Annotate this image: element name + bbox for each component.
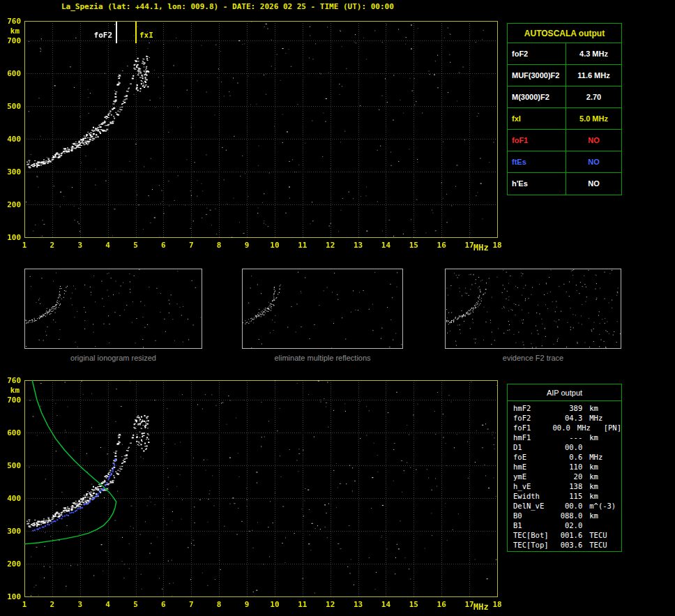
aip-val: 00.0	[555, 501, 582, 511]
param-value: 4.3 MHz	[566, 43, 621, 64]
aip-val: 115	[555, 491, 582, 501]
aip-val: 088.0	[555, 511, 582, 520]
autoscala-window: { "title": "La_Spezia (lat: +44.1, lon: …	[0, 0, 675, 616]
aip-unit: km	[589, 491, 621, 501]
param-value: NO	[566, 151, 621, 172]
aip-row: B0088.0km	[513, 511, 621, 520]
caption-original-ionogram: original ionogram resized	[24, 354, 202, 362]
aip-unit: km	[589, 462, 621, 472]
aip-unit: MHz	[589, 413, 621, 423]
thumbnail-no-multiples	[242, 269, 403, 349]
aip-unit: km	[589, 433, 621, 442]
autoscala-row-muf: MUF(3000)F2 11.6 MHz	[508, 65, 621, 87]
aip-row: B102.0	[513, 520, 621, 530]
autoscala-row-m3000: M(3000)F2 2.70	[508, 87, 621, 108]
param-label: foF1	[508, 130, 566, 151]
aip-name: foE	[513, 452, 555, 462]
aip-val: 00.0	[548, 423, 570, 433]
aip-row: Ewidth115km	[513, 491, 621, 501]
aip-val: 389	[555, 403, 582, 413]
aip-name: h_vE	[513, 481, 555, 491]
autoscala-table-header: AUTOSCALA output	[508, 24, 621, 43]
aip-unit: km	[589, 511, 621, 520]
caption-eliminate-multiples: eliminate multiple reflections	[242, 354, 403, 362]
thumbnail-no-multiples-canvas	[243, 269, 402, 348]
aip-val: 20	[555, 472, 582, 481]
aip-unit: m^(-3)	[589, 501, 621, 511]
autoscala-row-fof2: foF2 4.3 MHz	[508, 43, 621, 65]
aip-name: B0	[513, 511, 555, 520]
aip-val: 00.0	[555, 442, 582, 452]
aip-val: 0.6	[555, 452, 582, 462]
param-value: 5.0 MHz	[566, 108, 621, 129]
autoscala-row-ftes: ftEs NO	[508, 151, 621, 173]
aip-row: DelN_vE00.0m^(-3)	[513, 501, 621, 511]
aip-row: foF100.0MHz[PN]	[513, 423, 621, 433]
aip-name: TEC[Top]	[513, 540, 555, 550]
aip-unit: TECU	[589, 540, 621, 550]
aip-extra: [PN]	[604, 423, 621, 433]
aip-val: 04.3	[555, 413, 582, 423]
param-label: ftEs	[508, 151, 566, 172]
aip-name: foF2	[513, 413, 555, 423]
aip-val: 138	[555, 481, 582, 491]
param-label: foF2	[508, 43, 566, 64]
aip-name: B1	[513, 520, 555, 530]
aip-unit: MHz	[577, 423, 603, 433]
aip-unit: km	[589, 403, 621, 413]
aip-name: hmF1	[513, 433, 555, 442]
aip-unit: km	[589, 472, 621, 481]
aip-name: Ewidth	[513, 491, 555, 501]
ionogram-chart	[0, 17, 506, 255]
aip-row: foE0.6MHz	[513, 452, 621, 462]
param-value: 2.70	[566, 87, 621, 107]
aip-row: hmF2389km	[513, 403, 621, 413]
aip-val: ---	[555, 433, 582, 442]
aip-val: 02.0	[555, 520, 582, 530]
aip-table-header: AIP output	[508, 384, 621, 401]
aip-unit: km	[589, 481, 621, 491]
aip-unit: TECU	[589, 530, 621, 540]
aip-name: TEC[Bot]	[513, 530, 555, 540]
aip-row: TEC[Top]003.6TECU	[513, 540, 621, 550]
station-date-title: La_Spezia (lat: +44.1, lon: 009.8) - DAT…	[61, 2, 394, 11]
param-label: fxI	[508, 108, 566, 129]
autoscala-row-hes: h'Es NO	[508, 173, 621, 195]
aip-name: foF1	[513, 423, 548, 433]
autoscala-row-fxi: fxI 5.0 MHz	[508, 108, 621, 130]
autoscala-output-table: AUTOSCALA output foF2 4.3 MHz MUF(3000)F…	[507, 23, 622, 195]
aip-unit	[589, 520, 621, 530]
aip-row: hmF1---km	[513, 433, 621, 442]
aip-unit: MHz	[589, 452, 621, 462]
aip-name: DelN_vE	[513, 501, 555, 511]
aip-row: D100.0	[513, 442, 621, 452]
profile-chart	[0, 376, 506, 615]
aip-output-table: AIP output hmF2389kmfoF204.3MHzfoF100.0M…	[507, 384, 622, 552]
thumbnail-f2-trace	[445, 269, 621, 349]
aip-row: foF204.3MHz	[513, 413, 621, 423]
aip-row: hmE110km	[513, 462, 621, 472]
autoscala-row-fof1: foF1 NO	[508, 130, 621, 151]
param-value: NO	[566, 173, 621, 195]
aip-row: TEC[Bot]001.6TECU	[513, 530, 621, 540]
aip-rows: hmF2389kmfoF204.3MHzfoF100.0MHz[PN]hmF1-…	[508, 401, 621, 550]
aip-val: 001.6	[555, 530, 582, 540]
thumbnail-original-ionogram	[24, 269, 202, 349]
param-value: NO	[566, 130, 621, 151]
aip-val: 003.6	[555, 540, 582, 550]
aip-row: ymE20km	[513, 472, 621, 481]
aip-name: D1	[513, 442, 555, 452]
aip-val: 110	[555, 462, 582, 472]
aip-name: hmE	[513, 462, 555, 472]
thumbnail-f2-trace-canvas	[446, 269, 621, 348]
aip-name: ymE	[513, 472, 555, 481]
aip-unit	[589, 442, 621, 452]
aip-name: hmF2	[513, 403, 555, 413]
aip-row: h_vE138km	[513, 481, 621, 491]
caption-evidence-f2-trace: evidence F2 trace	[445, 354, 621, 362]
thumbnail-original-canvas	[25, 269, 202, 348]
param-label: h'Es	[508, 173, 566, 195]
param-value: 11.6 MHz	[566, 65, 621, 86]
param-label: MUF(3000)F2	[508, 65, 566, 86]
param-label: M(3000)F2	[508, 87, 566, 107]
